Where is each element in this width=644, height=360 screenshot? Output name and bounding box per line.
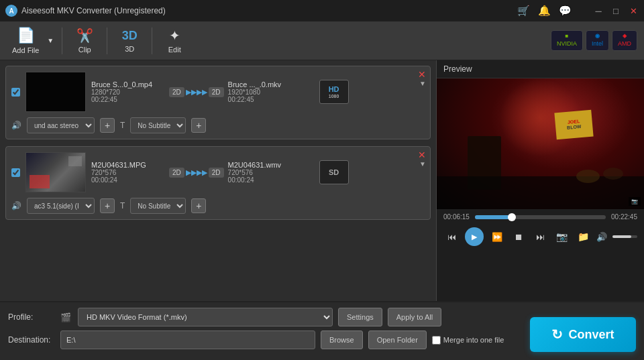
main-content: ✕ ▼ Bruce S...0_0.mp4 1280*720 00:22:45 … xyxy=(0,60,644,301)
open-destination-button[interactable]: Open Folder xyxy=(368,331,427,349)
video1-add-subtitle-button[interactable]: + xyxy=(191,118,206,133)
minimize-button[interactable]: ─ xyxy=(593,5,604,16)
amd-icon: ◈ xyxy=(623,33,627,40)
video2-audio-icon: 🔊 xyxy=(11,201,21,211)
cart-icon[interactable]: 🛒 xyxy=(517,5,530,17)
add-file-icon: 📄 xyxy=(17,27,35,44)
concert-scene: JOEL BLOW 📷 xyxy=(437,78,644,209)
progress-bar-fill xyxy=(475,215,512,219)
video1-dropdown-button[interactable]: ▼ xyxy=(419,80,426,87)
video1-checkbox[interactable] xyxy=(11,88,20,97)
open-folder-button[interactable]: 📁 xyxy=(575,229,591,245)
skip-back-button[interactable]: ⏮ xyxy=(443,229,460,245)
convert-button[interactable]: ↻ Convert xyxy=(530,317,636,352)
video2-close-button[interactable]: ✕ xyxy=(418,149,426,160)
close-button[interactable]: ✕ xyxy=(628,5,639,16)
video2-checkbox[interactable] xyxy=(11,168,20,177)
video2-add-subtitle-button[interactable]: + xyxy=(191,198,206,213)
video2-audio-select[interactable]: ac3 5.1(side) (I xyxy=(27,198,95,214)
progress-bar[interactable] xyxy=(475,215,606,219)
merge-checkbox-label[interactable]: Merge into one file xyxy=(432,336,504,345)
profile-icon: 🎬 xyxy=(60,312,71,322)
video1-badge-res: 1080 xyxy=(329,94,339,99)
toolbar-right: ■ NVIDIA ◉ Intel ◈ AMD xyxy=(551,30,637,50)
video2-add-audio-button[interactable]: + xyxy=(100,198,115,213)
video2-dst-dim: 2D xyxy=(209,168,224,178)
stop-button[interactable]: ⏹ xyxy=(511,229,527,245)
video-list-panel: ✕ ▼ Bruce S...0_0.mp4 1280*720 00:22:45 … xyxy=(0,60,436,301)
3d-label: 3D xyxy=(125,45,134,53)
merge-checkbox[interactable] xyxy=(432,336,441,345)
merge-label-text: Merge into one file xyxy=(443,336,504,344)
profile-row: Profile: 🎬 HD MKV Video Format (*.mkv) S… xyxy=(8,308,515,326)
volume-bar[interactable] xyxy=(612,235,637,238)
clip-button[interactable]: ✂️ Clip xyxy=(68,23,101,58)
app-logo: A Aiseesoft MKV Converter (Unregistered) xyxy=(5,5,166,17)
video1-subtitle-select[interactable]: No Subtitle xyxy=(130,117,186,133)
video2-subtitle-icon: T xyxy=(120,201,125,211)
play-button[interactable]: ▶ xyxy=(465,227,484,246)
video2-top: M2U04631.MPG 720*576 00:00:24 2D ▶▶▶▶ 2D… xyxy=(11,152,425,192)
video2-dst-filename: M2U04631.wmv xyxy=(228,161,315,169)
window-controls: ─ □ ✕ xyxy=(593,5,639,16)
convert-label: Convert xyxy=(568,328,614,342)
preview-panel: Preview JOEL BLOW xyxy=(436,60,644,301)
video2-subtitle-select[interactable]: No Subtitle xyxy=(130,198,186,214)
video2-destination: M2U04631.wmv 720*576 00:00:24 xyxy=(228,161,315,184)
total-time: 00:22:45 xyxy=(611,213,637,221)
video2-dropdown-button[interactable]: ▼ xyxy=(419,160,426,168)
video1-src-filename: Bruce S...0_0.mp4 xyxy=(91,80,165,88)
chat-icon[interactable]: 💬 xyxy=(559,5,572,17)
video1-add-audio-button[interactable]: + xyxy=(100,118,115,133)
toolbar-divider-3 xyxy=(152,27,152,54)
3d-button[interactable]: 3D 3D xyxy=(113,25,146,57)
video1-hd-text: HD xyxy=(329,85,339,93)
title-icon-group: 🛒 🔔 💬 xyxy=(517,5,572,17)
edit-button[interactable]: ✦ Edit xyxy=(158,23,191,58)
browse-button[interactable]: Browse xyxy=(321,331,363,349)
video1-audio-select[interactable]: und aac stereo xyxy=(27,117,95,133)
destination-input[interactable] xyxy=(60,331,315,349)
fast-forward-button[interactable]: ⏩ xyxy=(489,229,505,245)
profile-select[interactable]: HD MKV Video Format (*.mkv) xyxy=(78,308,333,326)
edit-label: Edit xyxy=(168,46,181,54)
preview-label: Preview xyxy=(437,60,644,78)
video2-src-duration: 00:00:24 xyxy=(91,176,165,184)
title-controls: 🛒 🔔 💬 ─ □ ✕ xyxy=(517,5,639,17)
video1-destination: Bruce ..._.0.mkv 1920*1080 00:22:45 xyxy=(228,80,315,103)
bottom-area: Profile: 🎬 HD MKV Video Format (*.mkv) S… xyxy=(0,301,644,360)
video2-bottom: 🔊 ac3 5.1(side) (I + T No Subtitle + xyxy=(11,198,425,214)
convert-icon: ↻ xyxy=(551,326,563,343)
bell-icon[interactable]: 🔔 xyxy=(538,5,551,17)
player-time-bar: 00:06:15 00:22:45 xyxy=(437,209,644,225)
amd-badge: ◈ AMD xyxy=(612,30,637,50)
video1-dst-filename: Bruce ..._.0.mkv xyxy=(228,80,315,88)
progress-thumb[interactable] xyxy=(508,213,516,221)
video1-dst-resolution: 1920*1080 xyxy=(228,88,315,96)
video1-close-button[interactable]: ✕ xyxy=(418,69,426,80)
preview-video-area: JOEL BLOW 📷 xyxy=(437,78,644,209)
settings-button[interactable]: Settings xyxy=(338,308,382,326)
add-file-dropdown-arrow[interactable]: ▼ xyxy=(44,33,56,48)
video2-conversion-arrow: 2D ▶▶▶▶ 2D xyxy=(169,168,224,178)
camera-overlay-icon: 📷 xyxy=(631,198,638,204)
current-time: 00:06:15 xyxy=(443,213,470,221)
video1-src-resolution: 1280*720 xyxy=(91,88,165,96)
video2-src-filename: M2U04631.MPG xyxy=(91,161,165,169)
maximize-button[interactable]: □ xyxy=(610,5,621,16)
apply-to-all-button[interactable]: Apply to All xyxy=(388,308,441,326)
video2-source: M2U04631.MPG 720*576 00:00:24 xyxy=(91,161,165,184)
clip-icon: ✂️ xyxy=(76,27,93,44)
video2-dst-resolution: 720*576 xyxy=(228,169,315,176)
bottom-content: Profile: 🎬 HD MKV Video Format (*.mkv) S… xyxy=(0,302,523,355)
volume-icon: 🔊 xyxy=(596,232,607,242)
toolbar-divider-2 xyxy=(107,27,107,54)
add-file-button[interactable]: 📄 Add File xyxy=(7,23,44,58)
title-bar: A Aiseesoft MKV Converter (Unregistered)… xyxy=(0,0,644,21)
video1-quality-badge: HD 1080 xyxy=(319,80,349,104)
nvidia-label: NVIDIA xyxy=(557,40,577,48)
clip-label: Clip xyxy=(78,46,91,54)
screenshot-button[interactable]: 📷 xyxy=(553,229,570,245)
skip-forward-button[interactable]: ⏭ xyxy=(532,229,548,245)
nvidia-icon: ■ xyxy=(566,33,569,40)
